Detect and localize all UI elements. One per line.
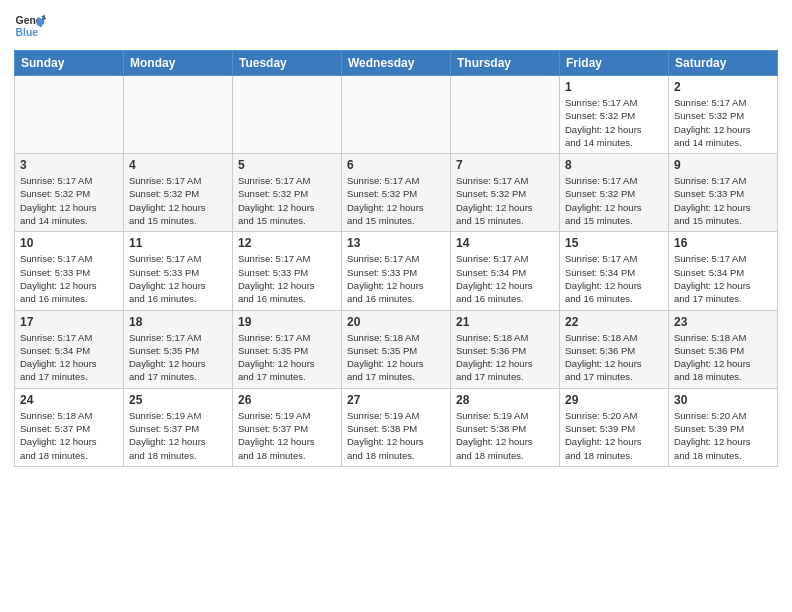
day-cell: 11Sunrise: 5:17 AMSunset: 5:33 PMDayligh… (124, 232, 233, 310)
day-cell: 17Sunrise: 5:17 AMSunset: 5:34 PMDayligh… (15, 310, 124, 388)
day-number: 27 (347, 393, 445, 407)
header: General Blue (14, 10, 778, 42)
day-cell: 3Sunrise: 5:17 AMSunset: 5:32 PMDaylight… (15, 154, 124, 232)
day-info: Sunrise: 5:17 AMSunset: 5:32 PMDaylight:… (674, 96, 772, 149)
day-number: 3 (20, 158, 118, 172)
day-cell: 22Sunrise: 5:18 AMSunset: 5:36 PMDayligh… (560, 310, 669, 388)
day-number: 18 (129, 315, 227, 329)
day-cell: 27Sunrise: 5:19 AMSunset: 5:38 PMDayligh… (342, 388, 451, 466)
day-cell (233, 76, 342, 154)
day-number: 10 (20, 236, 118, 250)
day-number: 8 (565, 158, 663, 172)
day-info: Sunrise: 5:18 AMSunset: 5:36 PMDaylight:… (456, 331, 554, 384)
day-cell (124, 76, 233, 154)
day-number: 23 (674, 315, 772, 329)
day-number: 13 (347, 236, 445, 250)
day-cell: 10Sunrise: 5:17 AMSunset: 5:33 PMDayligh… (15, 232, 124, 310)
day-info: Sunrise: 5:18 AMSunset: 5:36 PMDaylight:… (565, 331, 663, 384)
day-info: Sunrise: 5:20 AMSunset: 5:39 PMDaylight:… (565, 409, 663, 462)
day-number: 24 (20, 393, 118, 407)
day-number: 26 (238, 393, 336, 407)
day-info: Sunrise: 5:19 AMSunset: 5:38 PMDaylight:… (456, 409, 554, 462)
day-info: Sunrise: 5:17 AMSunset: 5:33 PMDaylight:… (238, 252, 336, 305)
week-row-3: 10Sunrise: 5:17 AMSunset: 5:33 PMDayligh… (15, 232, 778, 310)
day-number: 16 (674, 236, 772, 250)
day-cell: 8Sunrise: 5:17 AMSunset: 5:32 PMDaylight… (560, 154, 669, 232)
day-info: Sunrise: 5:17 AMSunset: 5:32 PMDaylight:… (565, 96, 663, 149)
day-cell (342, 76, 451, 154)
day-info: Sunrise: 5:18 AMSunset: 5:35 PMDaylight:… (347, 331, 445, 384)
weekday-header-sunday: Sunday (15, 51, 124, 76)
day-info: Sunrise: 5:17 AMSunset: 5:32 PMDaylight:… (20, 174, 118, 227)
day-number: 28 (456, 393, 554, 407)
day-info: Sunrise: 5:19 AMSunset: 5:38 PMDaylight:… (347, 409, 445, 462)
weekday-header-row: SundayMondayTuesdayWednesdayThursdayFrid… (15, 51, 778, 76)
day-number: 11 (129, 236, 227, 250)
day-info: Sunrise: 5:18 AMSunset: 5:37 PMDaylight:… (20, 409, 118, 462)
day-cell: 23Sunrise: 5:18 AMSunset: 5:36 PMDayligh… (669, 310, 778, 388)
day-cell: 5Sunrise: 5:17 AMSunset: 5:32 PMDaylight… (233, 154, 342, 232)
day-cell: 2Sunrise: 5:17 AMSunset: 5:32 PMDaylight… (669, 76, 778, 154)
day-cell: 9Sunrise: 5:17 AMSunset: 5:33 PMDaylight… (669, 154, 778, 232)
day-cell (15, 76, 124, 154)
day-cell: 14Sunrise: 5:17 AMSunset: 5:34 PMDayligh… (451, 232, 560, 310)
day-info: Sunrise: 5:17 AMSunset: 5:33 PMDaylight:… (674, 174, 772, 227)
day-cell: 13Sunrise: 5:17 AMSunset: 5:33 PMDayligh… (342, 232, 451, 310)
svg-text:Blue: Blue (16, 27, 39, 38)
day-info: Sunrise: 5:17 AMSunset: 5:32 PMDaylight:… (238, 174, 336, 227)
day-number: 30 (674, 393, 772, 407)
day-info: Sunrise: 5:17 AMSunset: 5:34 PMDaylight:… (456, 252, 554, 305)
day-cell: 7Sunrise: 5:17 AMSunset: 5:32 PMDaylight… (451, 154, 560, 232)
day-info: Sunrise: 5:17 AMSunset: 5:33 PMDaylight:… (20, 252, 118, 305)
day-info: Sunrise: 5:19 AMSunset: 5:37 PMDaylight:… (238, 409, 336, 462)
weekday-header-friday: Friday (560, 51, 669, 76)
day-cell: 24Sunrise: 5:18 AMSunset: 5:37 PMDayligh… (15, 388, 124, 466)
day-number: 22 (565, 315, 663, 329)
day-number: 2 (674, 80, 772, 94)
weekday-header-tuesday: Tuesday (233, 51, 342, 76)
day-number: 25 (129, 393, 227, 407)
day-cell: 20Sunrise: 5:18 AMSunset: 5:35 PMDayligh… (342, 310, 451, 388)
logo-icon: General Blue (14, 10, 46, 42)
day-cell: 30Sunrise: 5:20 AMSunset: 5:39 PMDayligh… (669, 388, 778, 466)
day-number: 7 (456, 158, 554, 172)
day-number: 17 (20, 315, 118, 329)
day-number: 14 (456, 236, 554, 250)
weekday-header-wednesday: Wednesday (342, 51, 451, 76)
day-cell (451, 76, 560, 154)
week-row-4: 17Sunrise: 5:17 AMSunset: 5:34 PMDayligh… (15, 310, 778, 388)
day-info: Sunrise: 5:17 AMSunset: 5:32 PMDaylight:… (129, 174, 227, 227)
day-info: Sunrise: 5:17 AMSunset: 5:35 PMDaylight:… (129, 331, 227, 384)
day-cell: 15Sunrise: 5:17 AMSunset: 5:34 PMDayligh… (560, 232, 669, 310)
week-row-2: 3Sunrise: 5:17 AMSunset: 5:32 PMDaylight… (15, 154, 778, 232)
day-info: Sunrise: 5:17 AMSunset: 5:33 PMDaylight:… (347, 252, 445, 305)
day-info: Sunrise: 5:17 AMSunset: 5:33 PMDaylight:… (129, 252, 227, 305)
day-cell: 18Sunrise: 5:17 AMSunset: 5:35 PMDayligh… (124, 310, 233, 388)
day-info: Sunrise: 5:17 AMSunset: 5:32 PMDaylight:… (456, 174, 554, 227)
calendar: SundayMondayTuesdayWednesdayThursdayFrid… (14, 50, 778, 467)
day-info: Sunrise: 5:17 AMSunset: 5:34 PMDaylight:… (674, 252, 772, 305)
day-info: Sunrise: 5:17 AMSunset: 5:35 PMDaylight:… (238, 331, 336, 384)
day-cell: 16Sunrise: 5:17 AMSunset: 5:34 PMDayligh… (669, 232, 778, 310)
weekday-header-monday: Monday (124, 51, 233, 76)
day-info: Sunrise: 5:18 AMSunset: 5:36 PMDaylight:… (674, 331, 772, 384)
day-number: 12 (238, 236, 336, 250)
day-info: Sunrise: 5:20 AMSunset: 5:39 PMDaylight:… (674, 409, 772, 462)
day-number: 1 (565, 80, 663, 94)
day-number: 29 (565, 393, 663, 407)
day-info: Sunrise: 5:17 AMSunset: 5:34 PMDaylight:… (565, 252, 663, 305)
day-number: 4 (129, 158, 227, 172)
logo: General Blue (14, 10, 50, 42)
weekday-header-saturday: Saturday (669, 51, 778, 76)
day-info: Sunrise: 5:17 AMSunset: 5:32 PMDaylight:… (565, 174, 663, 227)
day-cell: 29Sunrise: 5:20 AMSunset: 5:39 PMDayligh… (560, 388, 669, 466)
page: General Blue SundayMondayTuesdayWednesda… (0, 0, 792, 481)
weekday-header-thursday: Thursday (451, 51, 560, 76)
day-cell: 19Sunrise: 5:17 AMSunset: 5:35 PMDayligh… (233, 310, 342, 388)
day-cell: 26Sunrise: 5:19 AMSunset: 5:37 PMDayligh… (233, 388, 342, 466)
day-cell: 25Sunrise: 5:19 AMSunset: 5:37 PMDayligh… (124, 388, 233, 466)
day-cell: 4Sunrise: 5:17 AMSunset: 5:32 PMDaylight… (124, 154, 233, 232)
day-cell: 1Sunrise: 5:17 AMSunset: 5:32 PMDaylight… (560, 76, 669, 154)
day-number: 15 (565, 236, 663, 250)
day-cell: 6Sunrise: 5:17 AMSunset: 5:32 PMDaylight… (342, 154, 451, 232)
